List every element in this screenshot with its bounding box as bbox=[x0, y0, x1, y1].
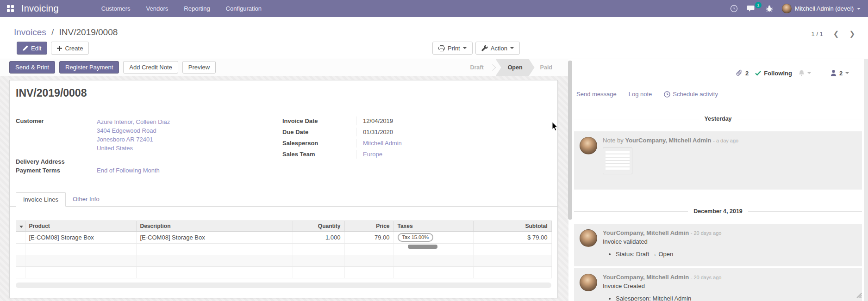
tab-other-info[interactable]: Other Info bbox=[66, 192, 106, 207]
col-quantity[interactable]: Quantity bbox=[293, 221, 344, 232]
log-note-button[interactable]: Log note bbox=[629, 91, 652, 98]
chatter-message-validated: YourCompany, Mitchell Admin - 20 days ag… bbox=[574, 224, 862, 266]
message-author[interactable]: YourCompany, Mitchell Admin bbox=[603, 274, 689, 281]
send-print-button[interactable]: Send & Print bbox=[9, 61, 55, 74]
message-author[interactable]: YourCompany, Mitchell Admin bbox=[625, 137, 711, 144]
delivery-address-value[interactable] bbox=[90, 157, 276, 166]
empty-row bbox=[16, 244, 551, 255]
breadcrumb-separator: / bbox=[51, 27, 54, 37]
main-scrollbar-thumb[interactable] bbox=[568, 61, 572, 220]
app-name[interactable]: Invoicing bbox=[21, 3, 59, 14]
send-message-button[interactable]: Send message bbox=[576, 91, 617, 98]
status-draft[interactable]: Draft bbox=[464, 59, 489, 76]
customer-name-link[interactable]: Azure Interior, Colleen Diaz bbox=[97, 117, 276, 126]
customer-street: 3404 Edgewood Road bbox=[97, 126, 276, 135]
salesperson-link[interactable]: Mitchell Admin bbox=[363, 140, 402, 147]
expand-caret-header[interactable] bbox=[16, 221, 25, 232]
message-author[interactable]: YourCompany, Mitchell Admin bbox=[603, 229, 689, 236]
schedule-activity-button[interactable]: Schedule activity bbox=[664, 91, 718, 98]
create-button[interactable]: Create bbox=[51, 42, 89, 55]
register-payment-button[interactable]: Register Payment bbox=[59, 61, 119, 74]
col-subtotal[interactable]: Subtotal bbox=[473, 221, 551, 232]
register-payment-label: Register Payment bbox=[65, 64, 113, 71]
navbar-systray: 1 Mitchell Admin (devel) bbox=[730, 0, 861, 17]
message-timestamp: - 20 days ago bbox=[691, 230, 722, 236]
date-label: Yesterday bbox=[704, 116, 731, 122]
tracking-value: Salesperson: Mitchell Admin bbox=[616, 295, 857, 301]
message-avatar[interactable] bbox=[580, 274, 597, 291]
col-price[interactable]: Price bbox=[344, 221, 393, 232]
notify-bell-button[interactable] bbox=[799, 70, 811, 76]
message-body: Invoice validated bbox=[603, 238, 857, 245]
col-description[interactable]: Description bbox=[136, 221, 293, 232]
attachment-thumbnail[interactable] bbox=[603, 147, 632, 174]
nav-menu-vendors[interactable]: Vendors bbox=[146, 5, 169, 12]
horizontal-scrollbar-track[interactable] bbox=[16, 283, 551, 288]
chatter-message-created: YourCompany, Mitchell Admin - 20 days ag… bbox=[574, 268, 862, 301]
action-dropdown-button[interactable]: Action bbox=[475, 42, 520, 55]
tax-badge[interactable]: Tax 15.00% bbox=[398, 233, 433, 242]
add-credit-note-button[interactable]: Add Credit Note bbox=[123, 61, 178, 74]
following-button[interactable]: Following bbox=[755, 70, 792, 77]
customer-value: Azure Interior, Colleen Diaz 3404 Edgewo… bbox=[90, 117, 276, 154]
user-avatar bbox=[782, 4, 792, 13]
message-avatar[interactable] bbox=[580, 229, 597, 247]
cell-quantity: 1.000 bbox=[293, 232, 344, 244]
tab-invoice-lines[interactable]: Invoice Lines bbox=[16, 192, 66, 207]
chatter-actions: Send message Log note Schedule activity bbox=[576, 91, 718, 98]
person-icon bbox=[831, 70, 837, 76]
debug-bug-icon[interactable] bbox=[766, 5, 773, 12]
sales-team-link[interactable]: Europe bbox=[363, 151, 382, 158]
customer-city: Jonesboro AR 72401 bbox=[97, 135, 276, 144]
field-group-right: Invoice Date 12/04/2019 Due Date 01/31/2… bbox=[282, 117, 542, 159]
user-menu[interactable]: Mitchell Admin (devel) bbox=[782, 4, 861, 13]
edit-button[interactable]: Edit bbox=[17, 42, 47, 55]
cell-description: [E-COM08] Storage Box bbox=[136, 232, 293, 244]
paperclip-icon bbox=[736, 69, 743, 77]
status-separator-icon bbox=[489, 64, 496, 71]
nav-menu-reporting[interactable]: Reporting bbox=[184, 5, 210, 12]
cell-taxes: Tax 15.00% bbox=[393, 232, 473, 244]
bell-icon bbox=[799, 70, 805, 76]
chevron-down-icon bbox=[845, 72, 849, 74]
message-prefix: Note by bbox=[603, 137, 625, 144]
pager: 1 / 1 ❮ ❯ bbox=[812, 30, 855, 38]
date-label: December 4, 2019 bbox=[693, 208, 743, 215]
date-separator-yesterday: Yesterday bbox=[574, 116, 862, 122]
delivery-address-label: Delivery Address bbox=[16, 157, 90, 166]
invoice-title: INV/2019/0008 bbox=[16, 87, 87, 99]
message-avatar[interactable] bbox=[580, 137, 597, 154]
horizontal-scrollbar-thumb[interactable] bbox=[408, 245, 437, 249]
sales-team-label: Sales Team bbox=[282, 150, 356, 159]
activities-clock-icon[interactable] bbox=[730, 5, 738, 12]
nav-menu-configuration[interactable]: Configuration bbox=[226, 5, 262, 12]
followers-button[interactable]: 2 bbox=[831, 70, 849, 77]
pager-next-icon[interactable]: ❯ bbox=[849, 30, 855, 38]
create-button-label: Create bbox=[65, 45, 83, 52]
status-paid[interactable]: Paid bbox=[535, 59, 558, 76]
chatter-scrollbar-track[interactable] bbox=[864, 59, 868, 301]
chevron-down-icon bbox=[510, 47, 514, 49]
breadcrumb-invoices-link[interactable]: Invoices bbox=[14, 27, 46, 37]
attachments-button[interactable]: 2 bbox=[736, 69, 749, 77]
salesperson-label: Salesperson bbox=[282, 139, 356, 147]
odoo-invoicing-screen: Invoicing Customers Vendors Reporting Co… bbox=[0, 0, 868, 301]
nav-menu-customers[interactable]: Customers bbox=[101, 5, 131, 12]
print-dropdown-button[interactable]: Print bbox=[432, 42, 473, 55]
apps-menu-icon[interactable] bbox=[7, 5, 14, 12]
chevron-down-icon bbox=[463, 47, 467, 49]
table-row[interactable]: [E-COM08] Storage Box [E-COM08] Storage … bbox=[16, 232, 551, 244]
preview-button[interactable]: Preview bbox=[182, 61, 216, 74]
message-header: YourCompany, Mitchell Admin - 20 days ag… bbox=[603, 229, 857, 236]
payment-terms-link[interactable]: End of Following Month bbox=[97, 167, 160, 174]
pager-previous-icon[interactable]: ❮ bbox=[833, 30, 839, 38]
col-taxes[interactable]: Taxes bbox=[393, 221, 473, 232]
status-open[interactable]: Open bbox=[496, 59, 535, 76]
payment-terms-label: Payment Terms bbox=[16, 166, 90, 175]
status-pipeline: Draft Open Paid bbox=[464, 59, 558, 76]
col-product[interactable]: Product bbox=[25, 221, 136, 232]
clock-icon bbox=[664, 91, 670, 98]
pager-count: 1 / 1 bbox=[812, 31, 823, 37]
resize-grip-icon[interactable] bbox=[855, 291, 862, 298]
messages-icon[interactable]: 1 bbox=[747, 5, 757, 13]
